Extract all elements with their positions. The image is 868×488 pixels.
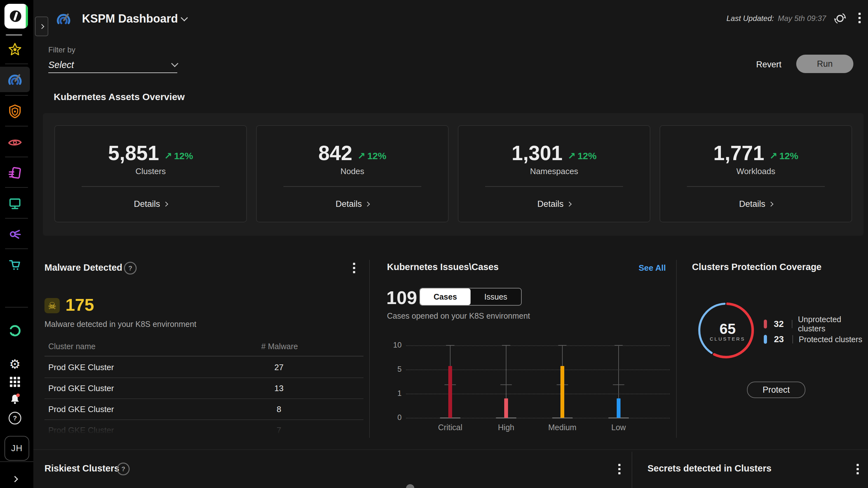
details-link[interactable]: Details xyxy=(257,198,448,210)
title-dropdown-chevron-icon[interactable] xyxy=(181,14,188,22)
chart-gridline xyxy=(406,369,670,370)
help-icon[interactable]: ? xyxy=(117,463,130,475)
legend-unprotected: 32 Unprotected clusters xyxy=(764,318,868,330)
malware-count-cell: 27 xyxy=(263,363,295,372)
kspm-dashboard-app: ⚙ ? JH KSPM Dashboard Last Updated: May … xyxy=(0,0,868,488)
severity-bar-medium xyxy=(560,366,564,418)
table-row[interactable]: Prod GKE Cluster 8 xyxy=(44,399,364,420)
trend-up-icon: ↗ xyxy=(769,150,777,161)
eye-icon[interactable] xyxy=(0,135,30,150)
chevron-right-icon xyxy=(163,202,168,207)
x-axis-category-label: High xyxy=(484,423,528,432)
protected-color-pill xyxy=(764,335,767,344)
asset-value: 1,301 xyxy=(512,143,562,163)
protect-button[interactable]: Protect xyxy=(747,382,805,398)
whisker-mid-tick xyxy=(613,385,624,385)
y-axis-tick-label: 10 xyxy=(384,341,402,349)
protected-label: Protected clusters xyxy=(799,335,862,344)
x-axis-category-label: Medium xyxy=(540,423,585,432)
notifications-bell-icon[interactable] xyxy=(0,392,30,406)
assets-overview-title: Kubernetes Assets Overview xyxy=(54,92,185,102)
card-divider xyxy=(82,186,219,187)
table-header-divider xyxy=(44,356,364,357)
malware-kebab-menu-icon[interactable] xyxy=(353,263,355,273)
trend-up-icon: ↗ xyxy=(358,150,365,161)
uptycs-logo[interactable] xyxy=(4,4,28,29)
sidebar: ⚙ ? JH xyxy=(0,0,33,488)
filter-select[interactable]: Select xyxy=(48,58,177,71)
y-axis-tick-label: 5 xyxy=(384,365,402,374)
whisker-top-cap xyxy=(446,345,454,346)
panel-expand-button[interactable] xyxy=(35,17,48,36)
malware-panel-title: Malware Detected xyxy=(44,263,122,273)
see-all-link[interactable]: See All xyxy=(639,263,666,273)
column-header-cluster-name: Cluster name xyxy=(48,342,96,351)
asset-trend: 12% xyxy=(779,151,799,161)
secrets-kebab-menu-icon[interactable] xyxy=(857,464,859,474)
revert-button[interactable]: Revert xyxy=(756,60,782,69)
details-link[interactable]: Details xyxy=(660,198,851,210)
details-link[interactable]: Details xyxy=(55,198,246,210)
ring-icon[interactable] xyxy=(0,324,30,338)
chevron-right-icon xyxy=(566,202,571,207)
coverage-panel-title: Clusters Protection Coverage xyxy=(692,262,822,272)
asset-label: Nodes xyxy=(257,166,448,176)
help-icon[interactable]: ? xyxy=(0,412,30,424)
riskiest-clusters-title: Riskiest Clusters xyxy=(44,463,119,474)
table-fade-overlay xyxy=(44,422,364,435)
cluster-name: Prod GKE Cluster xyxy=(48,384,114,393)
logo-accent-stripe xyxy=(26,4,28,29)
cluster-name: Prod GKE Cluster xyxy=(48,404,114,414)
run-button[interactable]: Run xyxy=(796,55,854,73)
riskiest-kebab-menu-icon[interactable] xyxy=(618,464,620,474)
total-clusters-label: CLUSTERS xyxy=(704,336,751,341)
issues-panel-title: Kubernetes Issues\Cases xyxy=(387,262,498,272)
skull-icon: ☠ xyxy=(44,298,60,313)
malware-count-cell: 13 xyxy=(263,384,295,393)
asset-label: Clusters xyxy=(55,166,246,176)
document-icon[interactable] xyxy=(0,165,30,181)
select-chevron-icon xyxy=(171,60,179,67)
scroll-indicator-dot[interactable] xyxy=(406,484,414,488)
chart-gridline xyxy=(406,345,670,346)
secrets-panel-title: Secrets detected in Clusters xyxy=(648,463,771,474)
x-axis-category-label: Low xyxy=(596,423,641,432)
network-icon[interactable] xyxy=(0,227,30,242)
cart-icon[interactable] xyxy=(0,257,30,273)
sidebar-expand-icon[interactable] xyxy=(0,473,30,485)
trend-up-icon: ↗ xyxy=(567,150,576,161)
asset-value: 1,771 xyxy=(713,143,764,163)
whisker-top-cap xyxy=(615,345,623,346)
details-link[interactable]: Details xyxy=(459,198,650,210)
avatar[interactable]: JH xyxy=(4,436,29,461)
legend-divider xyxy=(792,320,793,328)
asset-label: Namespaces xyxy=(459,166,650,176)
help-icon[interactable]: ? xyxy=(124,262,136,274)
last-updated: Last Updated: May 5th 09:37 xyxy=(715,11,826,25)
kspm-dashboard-icon[interactable] xyxy=(0,72,30,87)
refresh-sync-icon[interactable] xyxy=(833,11,847,25)
panel-divider xyxy=(676,260,677,438)
asset-trend: 12% xyxy=(367,151,386,161)
table-row[interactable]: Prod GKE Cluster 13 xyxy=(44,378,364,399)
table-row[interactable]: Prod GKE Cluster 27 xyxy=(44,357,364,378)
sidebar-divider xyxy=(0,461,33,462)
header-kebab-menu-icon[interactable] xyxy=(859,13,861,23)
last-updated-value: May 5th 09:37 xyxy=(778,14,826,23)
monitor-icon[interactable] xyxy=(0,196,30,211)
filter-by-label: Filter by xyxy=(48,45,75,54)
favorites-star-icon[interactable] xyxy=(0,41,30,57)
tab-issues[interactable]: Issues xyxy=(470,288,521,305)
unprotected-value: 32 xyxy=(774,319,790,329)
legend-protected: 23 Protected clusters xyxy=(764,333,862,346)
apps-grid-icon[interactable] xyxy=(0,376,30,387)
y-axis-tick-label: 1 xyxy=(384,389,402,398)
tab-cases[interactable]: Cases xyxy=(420,288,470,305)
asset-value: 842 xyxy=(318,143,352,163)
shield-icon[interactable] xyxy=(0,103,30,119)
section-divider xyxy=(33,449,868,450)
logo-underline xyxy=(6,34,22,36)
legend-divider xyxy=(793,335,793,343)
severity-bar-low xyxy=(617,398,620,418)
settings-gear-icon[interactable]: ⚙ xyxy=(0,357,30,371)
